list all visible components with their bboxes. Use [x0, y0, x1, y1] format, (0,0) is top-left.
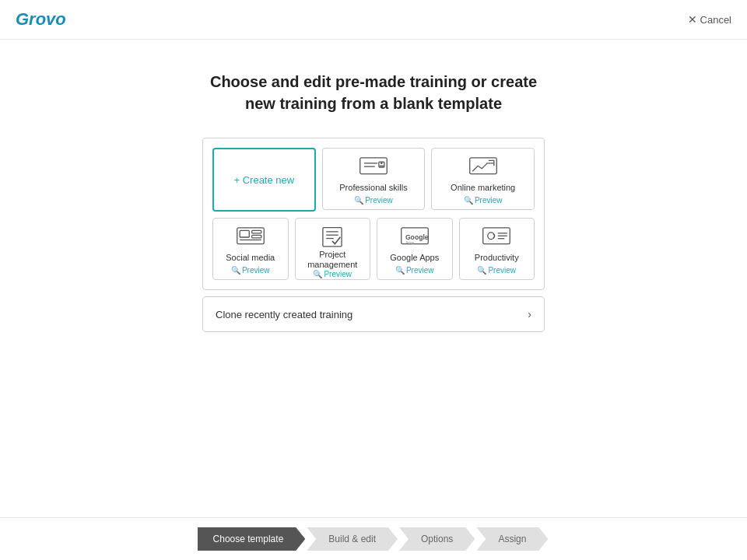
- online-marketing-label: Online marketing: [451, 180, 515, 196]
- step-choose-template-label: Choose template: [198, 527, 306, 551]
- preview-search-icon: 🔍: [354, 196, 363, 205]
- social-media-preview[interactable]: 🔍 Preview: [231, 266, 270, 275]
- project-management-icon: [317, 226, 347, 248]
- template-card-google-apps[interactable]: Google Apps Google Apps 🔍 Preview: [377, 218, 453, 280]
- svg-rect-12: [323, 228, 342, 247]
- project-management-label: Project management: [300, 250, 366, 270]
- steps-container: Choose template Build & edit Options Ass…: [198, 527, 550, 551]
- google-apps-label: Google Apps: [390, 250, 439, 266]
- social-media-icon: [236, 226, 265, 248]
- step-choose-template[interactable]: Choose template: [198, 527, 307, 551]
- step-options[interactable]: Options: [399, 527, 476, 551]
- professional-skills-icon: [359, 156, 388, 178]
- template-card-project-management[interactable]: Project management 🔍 Preview: [295, 218, 371, 280]
- preview-search-icon2: 🔍: [464, 196, 473, 205]
- preview-search-icon5: 🔍: [395, 266, 405, 275]
- online-marketing-icon: [468, 156, 498, 178]
- online-marketing-preview[interactable]: 🔍 Preview: [464, 196, 503, 205]
- template-card-online-marketing[interactable]: Online marketing 🔍 Preview: [431, 148, 535, 210]
- template-container: + Create new Professional skills 🔍 Previ…: [202, 138, 545, 290]
- google-apps-icon: Google Apps: [400, 226, 430, 248]
- google-apps-preview[interactable]: 🔍 Preview: [395, 266, 434, 275]
- preview-search-icon3: 🔍: [231, 266, 240, 275]
- productivity-label: Productivity: [475, 250, 519, 266]
- clone-row[interactable]: Clone recently created training ›: [203, 297, 544, 331]
- template-grid-row1: + Create new Professional skills 🔍 Previ…: [212, 148, 535, 212]
- project-management-preview[interactable]: 🔍 Preview: [313, 270, 352, 278]
- cancel-button[interactable]: ✕ Cancel: [688, 13, 731, 26]
- step-build-edit-label: Build & edit: [307, 527, 398, 551]
- cancel-label: Cancel: [700, 14, 731, 26]
- professional-skills-label: Professional skills: [339, 180, 407, 196]
- social-media-label: Social media: [226, 250, 275, 266]
- progress-bar: Choose template Build & edit Options Ass…: [0, 517, 747, 560]
- template-card-productivity[interactable]: Productivity 🔍 Preview: [459, 218, 535, 280]
- svg-text:Google: Google: [405, 233, 429, 241]
- svg-point-4: [381, 163, 383, 165]
- svg-text:Apps: Apps: [405, 241, 415, 246]
- create-new-label: + Create new: [233, 174, 294, 186]
- header: Grovo ✕ Cancel: [0, 0, 747, 40]
- create-new-card[interactable]: + Create new: [212, 148, 316, 212]
- template-grid-row2: Social media 🔍 Preview Project managemen…: [212, 218, 535, 280]
- cancel-x-icon: ✕: [688, 13, 697, 26]
- step-assign-label: Assign: [476, 527, 548, 551]
- template-card-social-media[interactable]: Social media 🔍 Preview: [212, 218, 289, 280]
- chevron-right-icon: ›: [528, 308, 531, 320]
- page-title: Choose and edit pre-made training or cre…: [210, 71, 537, 114]
- preview-search-icon4: 🔍: [313, 270, 322, 278]
- step-build-edit[interactable]: Build & edit: [307, 527, 399, 551]
- productivity-preview[interactable]: 🔍 Preview: [477, 266, 516, 275]
- logo: Grovo: [16, 9, 66, 30]
- clone-label: Clone recently created training: [216, 309, 352, 320]
- template-card-professional-skills[interactable]: Professional skills 🔍 Preview: [322, 148, 426, 210]
- step-options-label: Options: [399, 527, 475, 551]
- main-content: Choose and edit pre-made training or cre…: [0, 40, 747, 348]
- step-assign[interactable]: Assign: [476, 527, 549, 551]
- professional-skills-preview[interactable]: 🔍 Preview: [354, 196, 393, 205]
- productivity-icon: [482, 226, 511, 248]
- preview-search-icon6: 🔍: [477, 266, 486, 275]
- clone-section: Clone recently created training ›: [202, 296, 545, 332]
